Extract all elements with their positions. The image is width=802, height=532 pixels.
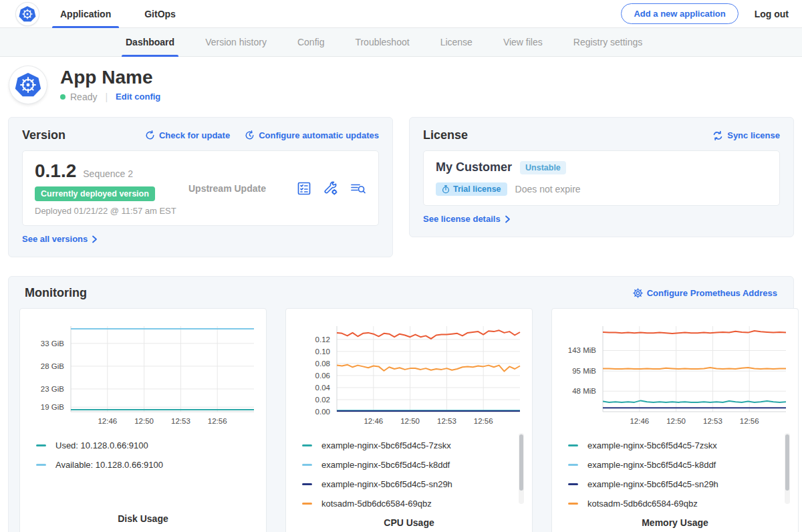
top-nav: Application GitOps Add a new application… bbox=[0, 0, 802, 28]
legend-color-dash bbox=[36, 464, 46, 466]
version-card: Version Check for update Configure autom… bbox=[8, 117, 393, 257]
legend-label: Used: 10.128.0.66:9100 bbox=[55, 440, 148, 450]
license-info-box: My Customer Unstable Trial license Does … bbox=[423, 150, 780, 206]
subnav-tab-registry-settings[interactable]: Registry settings bbox=[573, 28, 642, 57]
edit-config-link[interactable]: Edit config bbox=[116, 92, 160, 102]
subnav-tab-license[interactable]: License bbox=[440, 28, 473, 57]
legend-item[interactable]: example-nginx-5bc6f5d4c5-7zskx bbox=[302, 436, 523, 455]
monitoring-section: Monitoring Configure Prometheus Address … bbox=[8, 276, 794, 532]
svg-text:12:56: 12:56 bbox=[208, 417, 227, 425]
legend-scrollbar[interactable] bbox=[785, 433, 790, 504]
legend-color-dash bbox=[568, 444, 578, 446]
svg-text:23 GiB: 23 GiB bbox=[41, 385, 64, 393]
legend-label: example-nginx-5bc6f5d4c5-7zskx bbox=[587, 440, 717, 450]
svg-text:12:56: 12:56 bbox=[740, 417, 759, 425]
memory-usage-chart-card: 143 MiB95 MiB48 MiB12:4612:5012:5312:56 … bbox=[551, 308, 799, 532]
svg-text:12:46: 12:46 bbox=[98, 417, 117, 425]
deployed-timestamp: Deployed 01/21/22 @ 11:57 am EST bbox=[35, 206, 188, 216]
sync-arrows-icon bbox=[712, 131, 723, 140]
svg-text:12:46: 12:46 bbox=[364, 417, 383, 425]
legend-label: example-nginx-5bc6f5d4c5-sn29h bbox=[587, 479, 718, 489]
svg-text:48 MiB: 48 MiB bbox=[572, 387, 596, 395]
legend-color-dash bbox=[302, 483, 312, 485]
svg-text:0.02: 0.02 bbox=[315, 396, 330, 404]
svg-text:12:56: 12:56 bbox=[474, 417, 493, 425]
subnav-tab-config[interactable]: Config bbox=[297, 28, 324, 57]
see-all-versions-link[interactable]: See all versions bbox=[22, 234, 98, 244]
kubernetes-logo[interactable] bbox=[16, 3, 39, 25]
legend-label: kotsadm-5db6dc6584-69qbz bbox=[587, 499, 698, 509]
subnav-tab-version-history[interactable]: Version history bbox=[205, 28, 267, 57]
app-header: App Name Ready | Edit config bbox=[0, 57, 802, 112]
svg-text:33 GiB: 33 GiB bbox=[41, 340, 64, 348]
svg-text:12:53: 12:53 bbox=[703, 417, 722, 425]
version-card-title: Version bbox=[22, 128, 65, 142]
preflight-checklist-icon[interactable] bbox=[296, 180, 312, 196]
cpu-usage-chart: 0.120.100.080.060.040.020.0012:4612:5012… bbox=[293, 318, 525, 430]
svg-text:95 MiB: 95 MiB bbox=[572, 367, 596, 375]
svg-text:12:50: 12:50 bbox=[134, 417, 154, 425]
legend-color-dash bbox=[36, 444, 46, 446]
license-card-title: License bbox=[423, 128, 468, 142]
config-wrench-icon[interactable] bbox=[323, 180, 339, 196]
see-license-details-link[interactable]: See license details bbox=[423, 214, 511, 224]
check-for-update-link[interactable]: Check for update bbox=[145, 130, 230, 140]
subnav-tab-view-files[interactable]: View files bbox=[503, 28, 543, 57]
svg-text:0.12: 0.12 bbox=[315, 336, 330, 344]
disk-usage-chart-card: 33 GiB28 GiB23 GiB19 GiB12:4612:5012:531… bbox=[19, 308, 267, 532]
svg-text:0.06: 0.06 bbox=[315, 372, 330, 380]
chevron-right-icon bbox=[505, 215, 511, 223]
app-sub-nav: Dashboard Version history Config Trouble… bbox=[0, 28, 802, 57]
view-diff-icon[interactable] bbox=[350, 180, 366, 196]
chevron-right-icon bbox=[92, 235, 98, 243]
logout-button[interactable]: Log out bbox=[755, 9, 789, 19]
chart-title: Disk Usage bbox=[27, 509, 259, 527]
legend-label: example-nginx-5bc6f5d4c5-sn29h bbox=[321, 479, 452, 489]
disk-usage-legend: Used: 10.128.0.66:9100Available: 10.128.… bbox=[27, 430, 259, 509]
legend-item[interactable]: example-nginx-5bc6f5d4c5-sn29h bbox=[568, 475, 789, 494]
tab-gitops[interactable]: GitOps bbox=[142, 0, 178, 28]
legend-color-dash bbox=[568, 464, 578, 466]
legend-item[interactable]: example-nginx-5bc6f5d4c5-k8ddf bbox=[568, 455, 789, 475]
legend-label: example-nginx-5bc6f5d4c5-7zskx bbox=[321, 440, 451, 450]
svg-text:0.10: 0.10 bbox=[315, 348, 330, 356]
legend-item[interactable]: example-nginx-5bc6f5d4c5-7zskx bbox=[568, 436, 789, 455]
svg-text:0.04: 0.04 bbox=[315, 384, 331, 392]
scrollbar-thumb[interactable] bbox=[785, 434, 789, 491]
legend-item[interactable]: Used: 10.128.0.66:9100 bbox=[36, 436, 257, 455]
sync-license-link[interactable]: Sync license bbox=[712, 130, 780, 140]
version-sequence: Sequence 2 bbox=[83, 168, 133, 179]
legend-color-dash bbox=[568, 503, 578, 505]
status-badge: Ready bbox=[70, 92, 97, 102]
svg-text:12:53: 12:53 bbox=[437, 417, 456, 425]
legend-color-dash bbox=[302, 444, 312, 446]
configure-automatic-updates-link[interactable]: Configure automatic updates bbox=[245, 130, 379, 140]
license-expiry: Does not expire bbox=[515, 184, 581, 194]
legend-item[interactable]: kotsadm-5db6dc6584-69qbz bbox=[302, 494, 523, 513]
configure-prometheus-link[interactable]: Configure Prometheus Address bbox=[633, 288, 777, 298]
tab-application[interactable]: Application bbox=[57, 0, 114, 28]
legend-item[interactable]: example-nginx-5bc6f5d4c5-sn29h bbox=[302, 475, 523, 494]
legend-item[interactable]: example-nginx-5bc6f5d4c5-k8ddf bbox=[302, 455, 523, 475]
chart-title: Memory Usage bbox=[559, 513, 791, 531]
current-version-box: 0.1.2 Sequence 2 Currently deployed vers… bbox=[22, 150, 379, 226]
svg-text:143 MiB: 143 MiB bbox=[568, 346, 597, 354]
legend-label: kotsadm-5db6dc6584-69qbz bbox=[321, 499, 432, 509]
trial-license-badge: Trial license bbox=[436, 182, 507, 196]
legend-color-dash bbox=[302, 503, 312, 505]
refresh-icon bbox=[145, 130, 155, 140]
memory-usage-legend: example-nginx-5bc6f5d4c5-7zskxexample-ng… bbox=[559, 430, 791, 513]
subnav-tab-dashboard[interactable]: Dashboard bbox=[126, 28, 174, 57]
gear-icon bbox=[633, 288, 643, 298]
legend-color-dash bbox=[568, 483, 578, 485]
svg-text:0.00: 0.00 bbox=[315, 408, 330, 416]
currently-deployed-badge: Currently deployed version bbox=[35, 186, 155, 201]
legend-item[interactable]: Available: 10.128.0.66:9100 bbox=[36, 455, 257, 475]
legend-label: Available: 10.128.0.66:9100 bbox=[55, 460, 163, 470]
scrollbar-thumb[interactable] bbox=[519, 434, 523, 491]
legend-scrollbar[interactable] bbox=[519, 433, 524, 504]
add-new-application-button[interactable]: Add a new application bbox=[621, 3, 738, 24]
version-number: 0.1.2 bbox=[35, 160, 76, 182]
legend-item[interactable]: kotsadm-5db6dc6584-69qbz bbox=[568, 494, 789, 513]
subnav-tab-troubleshoot[interactable]: Troubleshoot bbox=[355, 28, 409, 57]
